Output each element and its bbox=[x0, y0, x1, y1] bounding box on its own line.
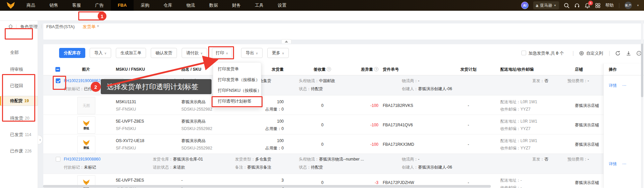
field-status: 状态：待配货 bbox=[299, 165, 323, 170]
search-icon[interactable] bbox=[564, 3, 569, 8]
help-link[interactable]: 帮助 bbox=[605, 3, 614, 8]
sidebar-item-rejected[interactable]: 已驳回 bbox=[0, 80, 38, 92]
row-checkbox[interactable] bbox=[56, 157, 60, 162]
ship-qty: 100 bbox=[235, 119, 284, 124]
vertical-scrollbar-thumb[interactable] bbox=[641, 44, 643, 97]
account-avatar[interactable]: 账户 bbox=[625, 2, 632, 9]
msku-value: 5E-UVPT-Z8ES bbox=[116, 119, 144, 124]
main-menu: 商品 销售 客服 广告 FBA 采购 仓库 物流 数据 财务 工具 设置 bbox=[19, 0, 293, 11]
make-processing-order-button[interactable]: 生成加工单 bbox=[116, 48, 146, 58]
notifications[interactable]: 8 bbox=[585, 3, 590, 8]
select-all-checkbox[interactable] bbox=[55, 67, 60, 72]
step-2-marker: 2 bbox=[91, 82, 101, 92]
menu-item-print-transparency-label[interactable]: 打印透明计划标签 bbox=[213, 96, 261, 107]
tab-shipping-order[interactable]: 发货单 bbox=[83, 24, 96, 30]
product-name: 赛狐演示商品 bbox=[181, 119, 205, 124]
headset-icon[interactable] bbox=[574, 3, 580, 8]
col-header-msku: MSKU / FNSKU bbox=[116, 64, 145, 75]
export-button[interactable]: 导出∨ bbox=[241, 48, 263, 58]
zip-code: 收件邮编：YYZ7 bbox=[500, 145, 531, 151]
nav-item-purchase[interactable]: 采购 bbox=[134, 0, 156, 11]
nav-item-tools[interactable]: 工具 bbox=[248, 0, 271, 11]
field-ship-type: 发货类型：多仓集货 bbox=[235, 156, 271, 162]
nav-item-warehouse[interactable]: 仓库 bbox=[156, 0, 179, 11]
horizontal-scrollbar-thumb[interactable] bbox=[43, 185, 491, 188]
nav-item-settings[interactable]: 设置 bbox=[271, 0, 293, 11]
field-note: 备注：赛狐演示备注 bbox=[235, 165, 271, 170]
allocate-stock-button[interactable]: 分配库存 bbox=[59, 48, 85, 58]
tab-fba-shipment-sta[interactable]: FBA货件(STA) bbox=[46, 24, 75, 30]
menu-item-print-order[interactable]: 打印发货单 bbox=[213, 64, 261, 74]
sidebar-item-voided[interactable]: 已作废226 bbox=[0, 145, 38, 157]
field-creator: 创建人：赛狐演示创建人-06 bbox=[402, 165, 452, 170]
sku-value: SDSKU-2552982 bbox=[181, 107, 212, 112]
nav-item-logistics[interactable]: 物流 bbox=[179, 0, 202, 11]
fba-shipment-page: 商品 销售 客服 广告 FBA 采购 仓库 物流 数据 财务 工具 设置 AI … bbox=[0, 0, 644, 188]
divider: | bbox=[41, 24, 42, 28]
sidebar-item-shipped[interactable]: 已发货114 bbox=[0, 129, 38, 141]
question-circle-icon[interactable]: ? bbox=[327, 67, 331, 71]
import-button[interactable]: 导入∨ bbox=[90, 48, 111, 58]
msku-value: OS-XV72-UE18 bbox=[116, 138, 144, 143]
col-header-name-sku: 品名 / SKU bbox=[181, 64, 201, 75]
sidebar-item-to-allocate[interactable]: 待配货19 bbox=[0, 96, 38, 106]
detail-link[interactable]: 详情 bbox=[609, 161, 617, 167]
more-actions-icon[interactable]: ⋯ bbox=[622, 161, 627, 167]
nav-item-ads[interactable]: 广告 bbox=[88, 0, 111, 11]
instruction-tooltip: 选择发货单打印透明计划标签 bbox=[101, 79, 212, 94]
row-checkbox[interactable] bbox=[56, 78, 60, 83]
refresh-icon[interactable] bbox=[615, 51, 620, 56]
request-payment-button[interactable]: 请付款∨ bbox=[182, 48, 207, 58]
nav-item-finance[interactable]: 财务 bbox=[225, 0, 248, 11]
menu-item-print-order-template[interactable]: 打印发货单（按模板） bbox=[213, 74, 261, 85]
delivery-address: 配送地址：L0R 1W1 bbox=[500, 119, 537, 124]
download-icon[interactable] bbox=[626, 51, 631, 56]
sidebar-item-to-ship[interactable]: 待发货20 bbox=[0, 112, 38, 124]
close-icon[interactable]: × bbox=[97, 23, 99, 28]
diff-qty: -100 bbox=[332, 103, 378, 108]
print-button[interactable]: 打印∧ bbox=[212, 48, 232, 58]
gear-icon[interactable] bbox=[579, 51, 584, 56]
confirm-shipment-button[interactable]: 确认发货 bbox=[151, 48, 177, 58]
ai-assistant-icon[interactable]: AI bbox=[521, 2, 528, 9]
nav-item-service[interactable]: 客服 bbox=[65, 0, 88, 11]
nav-item-data[interactable]: 数据 bbox=[202, 0, 225, 11]
detail-link[interactable]: 详情 bbox=[609, 83, 617, 88]
breadcrumb-role-mgmt[interactable]: 角色管理 bbox=[20, 24, 38, 30]
shipment-order-link[interactable]: FH10021919008860 bbox=[64, 156, 100, 162]
shop-name: 赛狐演示店铺 bbox=[575, 103, 599, 108]
more-button[interactable]: 更多∨ bbox=[267, 48, 289, 58]
fnsku-value: SF-FNSKU bbox=[116, 145, 136, 151]
nav-item-fba[interactable]: FBA bbox=[111, 0, 134, 11]
marketplace-selector[interactable]: a 亚马逊 ▼ bbox=[533, 1, 559, 9]
sku-value: SDSKU-2552982 bbox=[181, 126, 212, 131]
fox-logo-icon bbox=[82, 140, 90, 146]
filter-collapse-notch[interactable] bbox=[281, 39, 291, 44]
fnsku-value: SF-FNSKU bbox=[116, 126, 136, 131]
product-image: 赛狐 bbox=[77, 136, 95, 153]
chevron-down-icon[interactable]: ▼ bbox=[637, 4, 639, 7]
marketplace-label: 亚马逊 bbox=[540, 3, 552, 8]
tabs-bar: | 角色管理 | FBA货件(STA) 发货单 × bbox=[0, 11, 644, 21]
svg-text:?: ? bbox=[638, 52, 640, 55]
field-first-leg: 头程物流：赛狐演示物流--number ... bbox=[299, 156, 364, 162]
more-actions-icon[interactable]: ⋯ bbox=[622, 83, 627, 88]
zip-code: 收件邮编：YYZ7 bbox=[500, 126, 531, 131]
urgent-orders-checkbox[interactable] bbox=[521, 51, 526, 55]
question-circle-icon[interactable]: ? bbox=[374, 67, 378, 71]
menu-item-print-fnsku-template[interactable]: 打印FNSKU（按模板） bbox=[213, 85, 261, 96]
delivery-address: 配送地址：- bbox=[500, 178, 522, 183]
col-header-diff: 差异量? bbox=[332, 64, 378, 75]
notification-badge: 8 bbox=[588, 1, 593, 5]
nav-item-sales[interactable]: 销售 bbox=[42, 0, 65, 11]
home-icon[interactable] bbox=[8, 24, 13, 29]
app-logo-fox-icon[interactable] bbox=[6, 2, 15, 10]
sidebar-collapse-handle[interactable]: ‹ bbox=[38, 135, 43, 144]
fnsku-value: SF-FNSKU bbox=[116, 107, 136, 112]
customize-columns-button[interactable]: 自定义列 bbox=[586, 51, 603, 56]
fixed-action-column: 操作 详情 ⋯ 详情 ⋯ bbox=[603, 64, 644, 188]
nav-item-goods[interactable]: 商品 bbox=[19, 0, 42, 11]
apps-grid-icon[interactable] bbox=[595, 3, 601, 8]
sidebar-item-all[interactable]: 全部 bbox=[0, 47, 38, 59]
sidebar-item-pending-review[interactable]: 待审核 bbox=[0, 63, 38, 75]
